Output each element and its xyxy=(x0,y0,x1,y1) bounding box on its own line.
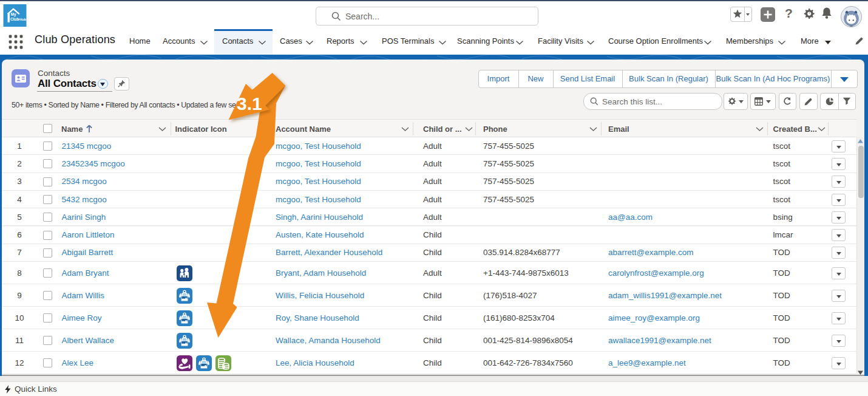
svg-text:My: My xyxy=(11,12,16,17)
svg-text:Hub: Hub xyxy=(19,18,27,21)
svg-text:Club: Club xyxy=(10,17,19,21)
